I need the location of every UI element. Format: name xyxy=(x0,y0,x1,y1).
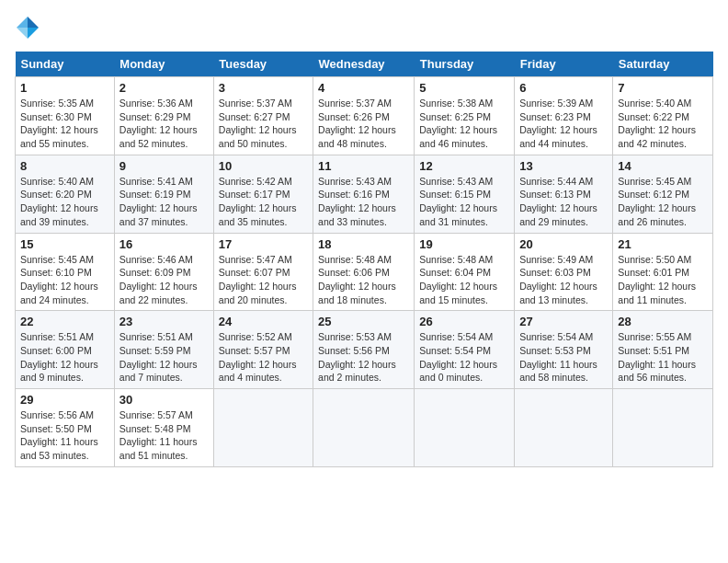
day-info: Sunrise: 5:51 AM Sunset: 5:59 PM Dayligh… xyxy=(119,330,209,385)
day-number: 9 xyxy=(119,159,209,173)
calendar-cell: 15 Sunrise: 5:45 AM Sunset: 6:10 PM Dayl… xyxy=(16,233,115,311)
calendar-cell: 7 Sunrise: 5:40 AM Sunset: 6:22 PM Dayli… xyxy=(613,77,713,155)
day-number: 14 xyxy=(618,159,708,173)
col-header-sunday: Sunday xyxy=(16,52,115,77)
day-number: 29 xyxy=(20,393,109,407)
col-header-tuesday: Tuesday xyxy=(213,52,313,77)
day-number: 23 xyxy=(119,315,209,328)
logo xyxy=(15,15,44,40)
day-number: 10 xyxy=(219,159,308,173)
calendar-cell: 21 Sunrise: 5:50 AM Sunset: 6:01 PM Dayl… xyxy=(613,233,713,311)
day-info: Sunrise: 5:46 AM Sunset: 6:09 PM Dayligh… xyxy=(119,253,209,307)
day-number: 28 xyxy=(618,315,708,328)
day-info: Sunrise: 5:35 AM Sunset: 6:30 PM Dayligh… xyxy=(20,97,109,151)
day-number: 4 xyxy=(318,81,409,95)
calendar-cell: 8 Sunrise: 5:40 AM Sunset: 6:20 PM Dayli… xyxy=(16,155,115,233)
calendar-cell: 26 Sunrise: 5:54 AM Sunset: 5:54 PM Dayl… xyxy=(415,311,515,389)
calendar-week-5: 29 Sunrise: 5:56 AM Sunset: 5:50 PM Dayl… xyxy=(16,389,713,467)
day-number: 6 xyxy=(519,81,608,95)
day-number: 2 xyxy=(119,81,209,95)
calendar-cell: 10 Sunrise: 5:42 AM Sunset: 6:17 PM Dayl… xyxy=(213,155,313,233)
day-number: 20 xyxy=(519,237,608,251)
calendar-cell: 6 Sunrise: 5:39 AM Sunset: 6:23 PM Dayli… xyxy=(515,77,613,155)
calendar-cell: 19 Sunrise: 5:48 AM Sunset: 6:04 PM Dayl… xyxy=(415,233,515,311)
calendar-week-2: 8 Sunrise: 5:40 AM Sunset: 6:20 PM Dayli… xyxy=(16,155,713,233)
calendar-cell: 5 Sunrise: 5:38 AM Sunset: 6:25 PM Dayli… xyxy=(415,77,515,155)
day-info: Sunrise: 5:49 AM Sunset: 6:03 PM Dayligh… xyxy=(519,253,608,307)
calendar-table: SundayMondayTuesdayWednesdayThursdayFrid… xyxy=(15,52,713,467)
day-info: Sunrise: 5:55 AM Sunset: 5:51 PM Dayligh… xyxy=(618,330,708,385)
day-number: 25 xyxy=(318,315,409,328)
calendar-week-4: 22 Sunrise: 5:51 AM Sunset: 6:00 PM Dayl… xyxy=(16,311,713,389)
day-number: 3 xyxy=(219,81,308,95)
svg-marker-1 xyxy=(28,28,39,39)
calendar-cell xyxy=(515,389,613,467)
day-info: Sunrise: 5:56 AM Sunset: 5:50 PM Dayligh… xyxy=(20,408,109,463)
calendar-cell: 11 Sunrise: 5:43 AM Sunset: 6:16 PM Dayl… xyxy=(313,155,415,233)
day-number: 7 xyxy=(618,81,708,95)
calendar-cell: 13 Sunrise: 5:44 AM Sunset: 6:13 PM Dayl… xyxy=(515,155,613,233)
day-info: Sunrise: 5:47 AM Sunset: 6:07 PM Dayligh… xyxy=(219,253,308,307)
calendar-cell: 22 Sunrise: 5:51 AM Sunset: 6:00 PM Dayl… xyxy=(16,311,115,389)
day-number: 21 xyxy=(618,237,708,251)
day-info: Sunrise: 5:51 AM Sunset: 6:00 PM Dayligh… xyxy=(20,330,109,385)
day-info: Sunrise: 5:43 AM Sunset: 6:16 PM Dayligh… xyxy=(318,175,409,229)
calendar-cell: 18 Sunrise: 5:48 AM Sunset: 6:06 PM Dayl… xyxy=(313,233,415,311)
calendar-week-1: 1 Sunrise: 5:35 AM Sunset: 6:30 PM Dayli… xyxy=(16,77,713,155)
day-number: 8 xyxy=(20,159,109,173)
calendar-cell: 3 Sunrise: 5:37 AM Sunset: 6:27 PM Dayli… xyxy=(213,77,313,155)
calendar-cell: 16 Sunrise: 5:46 AM Sunset: 6:09 PM Dayl… xyxy=(114,233,213,311)
calendar-cell: 23 Sunrise: 5:51 AM Sunset: 5:59 PM Dayl… xyxy=(114,311,213,389)
day-number: 18 xyxy=(318,237,409,251)
day-info: Sunrise: 5:36 AM Sunset: 6:29 PM Dayligh… xyxy=(119,97,209,151)
day-number: 5 xyxy=(419,81,509,95)
day-number: 26 xyxy=(419,315,509,328)
day-info: Sunrise: 5:57 AM Sunset: 5:48 PM Dayligh… xyxy=(119,408,209,463)
calendar-cell: 24 Sunrise: 5:52 AM Sunset: 5:57 PM Dayl… xyxy=(213,311,313,389)
col-header-wednesday: Wednesday xyxy=(313,52,415,77)
col-header-saturday: Saturday xyxy=(613,52,713,77)
calendar-cell: 29 Sunrise: 5:56 AM Sunset: 5:50 PM Dayl… xyxy=(16,389,115,467)
day-number: 30 xyxy=(119,393,209,407)
calendar-cell: 9 Sunrise: 5:41 AM Sunset: 6:19 PM Dayli… xyxy=(114,155,213,233)
day-info: Sunrise: 5:42 AM Sunset: 6:17 PM Dayligh… xyxy=(219,175,308,229)
calendar-cell: 12 Sunrise: 5:43 AM Sunset: 6:15 PM Dayl… xyxy=(415,155,515,233)
day-info: Sunrise: 5:40 AM Sunset: 6:20 PM Dayligh… xyxy=(20,175,109,229)
day-number: 16 xyxy=(119,237,209,251)
day-number: 11 xyxy=(318,159,409,173)
svg-marker-3 xyxy=(17,28,28,39)
day-info: Sunrise: 5:40 AM Sunset: 6:22 PM Dayligh… xyxy=(618,97,708,151)
day-info: Sunrise: 5:37 AM Sunset: 6:27 PM Dayligh… xyxy=(219,97,308,151)
calendar-week-3: 15 Sunrise: 5:45 AM Sunset: 6:10 PM Dayl… xyxy=(16,233,713,311)
day-info: Sunrise: 5:45 AM Sunset: 6:10 PM Dayligh… xyxy=(20,253,109,307)
calendar-cell xyxy=(213,389,313,467)
calendar-cell: 14 Sunrise: 5:45 AM Sunset: 6:12 PM Dayl… xyxy=(613,155,713,233)
svg-marker-0 xyxy=(28,17,39,28)
page-header xyxy=(15,15,713,40)
calendar-cell xyxy=(415,389,515,467)
col-header-monday: Monday xyxy=(114,52,213,77)
day-info: Sunrise: 5:53 AM Sunset: 5:56 PM Dayligh… xyxy=(318,330,409,385)
calendar-cell: 17 Sunrise: 5:47 AM Sunset: 6:07 PM Dayl… xyxy=(213,233,313,311)
calendar-cell: 30 Sunrise: 5:57 AM Sunset: 5:48 PM Dayl… xyxy=(114,389,213,467)
day-number: 17 xyxy=(219,237,308,251)
day-info: Sunrise: 5:43 AM Sunset: 6:15 PM Dayligh… xyxy=(419,175,509,229)
day-info: Sunrise: 5:52 AM Sunset: 5:57 PM Dayligh… xyxy=(219,330,308,385)
svg-marker-2 xyxy=(17,17,28,28)
day-info: Sunrise: 5:54 AM Sunset: 5:53 PM Dayligh… xyxy=(519,330,608,385)
day-info: Sunrise: 5:48 AM Sunset: 6:04 PM Dayligh… xyxy=(419,253,509,307)
day-number: 1 xyxy=(20,81,109,95)
calendar-cell: 2 Sunrise: 5:36 AM Sunset: 6:29 PM Dayli… xyxy=(114,77,213,155)
calendar-cell: 4 Sunrise: 5:37 AM Sunset: 6:26 PM Dayli… xyxy=(313,77,415,155)
calendar-cell: 28 Sunrise: 5:55 AM Sunset: 5:51 PM Dayl… xyxy=(613,311,713,389)
day-number: 15 xyxy=(20,237,109,251)
calendar-cell xyxy=(313,389,415,467)
day-info: Sunrise: 5:38 AM Sunset: 6:25 PM Dayligh… xyxy=(419,97,509,151)
col-header-friday: Friday xyxy=(515,52,613,77)
day-info: Sunrise: 5:39 AM Sunset: 6:23 PM Dayligh… xyxy=(519,97,608,151)
day-info: Sunrise: 5:54 AM Sunset: 5:54 PM Dayligh… xyxy=(419,330,509,385)
calendar-cell: 1 Sunrise: 5:35 AM Sunset: 6:30 PM Dayli… xyxy=(16,77,115,155)
calendar-cell: 27 Sunrise: 5:54 AM Sunset: 5:53 PM Dayl… xyxy=(515,311,613,389)
calendar-cell: 20 Sunrise: 5:49 AM Sunset: 6:03 PM Dayl… xyxy=(515,233,613,311)
calendar-cell: 25 Sunrise: 5:53 AM Sunset: 5:56 PM Dayl… xyxy=(313,311,415,389)
